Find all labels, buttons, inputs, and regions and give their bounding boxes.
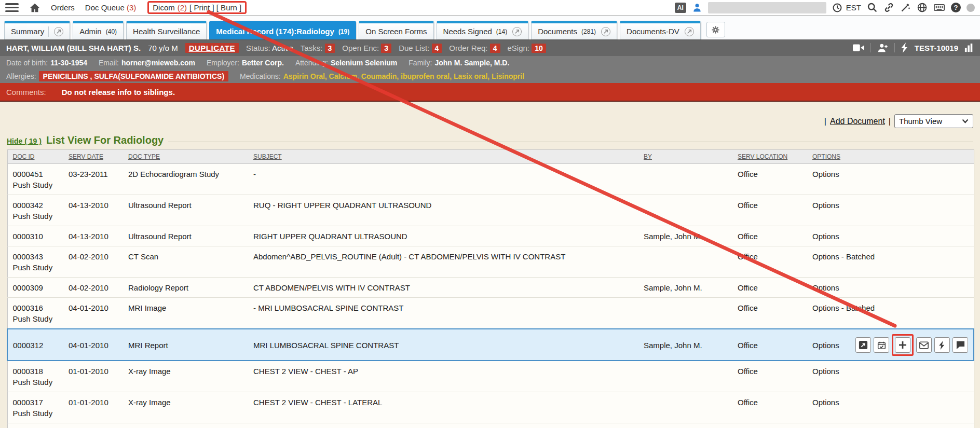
tasks-count-badge[interactable]: 3 xyxy=(325,44,335,53)
tab-summary[interactable]: Summary xyxy=(4,21,70,39)
patient-demographics: Date of birth: 11-30-1954 Email: horner@… xyxy=(0,56,980,83)
esign-count-badge[interactable]: 10 xyxy=(532,44,546,53)
attending-value: Selenium Selenium xyxy=(331,59,397,67)
ai-badge[interactable]: AI xyxy=(675,3,686,13)
tab-settings-gear[interactable] xyxy=(706,22,725,37)
push-study-link[interactable]: Push Study xyxy=(13,313,59,324)
push-study-link[interactable]: Push Study xyxy=(13,262,59,273)
push-study-link[interactable]: Push Study xyxy=(13,408,59,419)
doc-id[interactable]: 0000312 xyxy=(7,329,63,361)
add-attachment-button[interactable] xyxy=(895,337,910,353)
duplicate-badge[interactable]: DUPLICATE xyxy=(185,43,239,53)
options-link[interactable]: Options xyxy=(807,164,974,195)
col-by[interactable]: BY xyxy=(638,150,732,164)
search-icon[interactable] xyxy=(867,2,878,13)
hide-link[interactable]: Hide ( 19 ) xyxy=(7,137,42,145)
col-serv-date[interactable]: SERV DATE xyxy=(63,150,123,164)
allergies-badge[interactable]: PENICILLINS , SULFA(SULFONAMIDE ANTIBIOT… xyxy=(39,71,228,81)
table-row[interactable]: 0000316Push Study 04-01-2010 MRI Image -… xyxy=(7,298,974,329)
push-study-link[interactable]: Push Study xyxy=(13,180,59,190)
tab-medical-record-radiology[interactable]: Medical Record (174):Radiology (19) xyxy=(209,21,356,39)
doc-id[interactable]: 0000342 xyxy=(13,200,59,211)
video-camera-icon[interactable] xyxy=(853,43,864,52)
doc-id[interactable]: 0000316 xyxy=(13,302,59,313)
open-enc-label: Open Enc: xyxy=(342,44,379,52)
order-req-count-badge[interactable]: 4 xyxy=(490,44,500,53)
menu-dicom-print-burn[interactable]: [ Print ] [ Burn ] xyxy=(189,3,241,12)
options-link[interactable]: Options xyxy=(807,392,974,423)
options-link[interactable]: Options xyxy=(807,423,974,428)
col-doc-type[interactable]: DOC TYPE xyxy=(123,150,248,164)
lightning-icon[interactable] xyxy=(901,43,908,53)
tab-health-surveillance[interactable]: Health Surveillance xyxy=(126,21,207,39)
table-row[interactable]: 0000309 04-02-2010 Radiology Report CT A… xyxy=(7,278,974,298)
menu-dicom[interactable]: Dicom xyxy=(153,3,175,12)
bar-chart-icon[interactable] xyxy=(964,43,974,52)
tab-documents[interactable]: Documents (281) xyxy=(531,21,617,39)
popout-icon[interactable] xyxy=(601,27,610,36)
table-row[interactable]: 0000317Push Study 01-01-2010 X-ray Image… xyxy=(7,392,974,423)
calendar-check-button[interactable] xyxy=(874,337,889,353)
hamburger-menu-icon[interactable] xyxy=(5,3,19,12)
link-icon[interactable] xyxy=(883,2,894,13)
table-row[interactable]: 0000342Push Study 04-13-2010 Ultrasound … xyxy=(7,195,974,226)
employer-value: Better Corp. xyxy=(242,59,284,67)
options-link[interactable]: Options xyxy=(812,340,839,351)
col-doc-id[interactable]: DOC ID xyxy=(7,150,63,164)
popout-icon[interactable] xyxy=(685,27,694,36)
options-link[interactable]: Options xyxy=(807,278,974,298)
menu-orders[interactable]: Orders xyxy=(51,3,75,12)
popout-icon[interactable] xyxy=(54,27,63,36)
options-link[interactable]: Options - Batched xyxy=(807,298,974,329)
tab-admin[interactable]: Admin (40) xyxy=(73,21,124,39)
table-row[interactable]: 0000451Push Study 03-23-2011 2D Echocard… xyxy=(7,164,974,195)
doc-id[interactable]: 0000313 xyxy=(7,423,63,428)
medications-list[interactable]: Aspirin Oral, Calcium, Coumadin, ibuprof… xyxy=(283,72,524,80)
table-row[interactable]: 0000318Push Study 01-01-2010 X-ray Image… xyxy=(7,361,974,392)
doc-id[interactable]: 0000318 xyxy=(13,366,59,377)
clock-icon[interactable] xyxy=(832,3,842,13)
doc-id[interactable]: 0000317 xyxy=(13,397,59,408)
col-options[interactable]: OPTIONS xyxy=(807,150,974,164)
popout-icon[interactable] xyxy=(512,27,522,36)
wand-icon[interactable] xyxy=(900,2,911,13)
globe-icon[interactable] xyxy=(917,2,928,13)
tab-documents-dv[interactable]: Documents-DV xyxy=(620,21,701,39)
tab-on-screen-forms[interactable]: On Screen Forms xyxy=(359,21,433,39)
lightning-button[interactable] xyxy=(934,337,950,353)
open-enc-count-badge[interactable]: 3 xyxy=(381,44,391,53)
doc-id[interactable]: 0000309 xyxy=(7,278,63,298)
add-document-link[interactable]: Add Document xyxy=(830,117,885,126)
push-study-link[interactable]: Push Study xyxy=(13,377,59,388)
col-subject[interactable]: SUBJECT xyxy=(248,150,638,164)
table-row[interactable]: 0000310 04-13-2010 Ultrasound Report RIG… xyxy=(7,226,974,246)
options-link[interactable]: Options - Batched xyxy=(807,246,974,278)
user-icon[interactable] xyxy=(692,3,702,13)
tab-needs-signed[interactable]: Needs Signed (14) xyxy=(437,21,529,39)
home-icon[interactable] xyxy=(29,2,40,13)
push-study-link[interactable]: Push Study xyxy=(13,211,59,222)
comment-button[interactable] xyxy=(952,337,968,353)
table-row[interactable]: 0000313 01-01-2010 Radiology Report CHES… xyxy=(7,423,974,428)
table-header-row: DOC ID SERV DATE DOC TYPE SUBJECT BY SER… xyxy=(7,150,974,164)
table-row-selected[interactable]: 0000312 04-01-2010 MRI Report MRI LUMBOS… xyxy=(7,329,974,361)
options-link[interactable]: Options xyxy=(807,195,974,226)
menu-doc-queue[interactable]: Doc Queue (3) xyxy=(85,3,136,12)
email-button[interactable] xyxy=(916,337,932,353)
due-list-count-badge[interactable]: 4 xyxy=(432,44,442,53)
options-link[interactable]: Options xyxy=(807,226,974,246)
help-icon[interactable]: ? xyxy=(951,3,961,12)
doc-id[interactable]: 0000310 xyxy=(7,226,63,246)
col-serv-location[interactable]: SERV LOCATION xyxy=(732,150,807,164)
options-link[interactable]: Options xyxy=(807,361,974,392)
keyboard-icon[interactable] xyxy=(933,2,945,13)
add-person-icon[interactable] xyxy=(877,43,888,53)
table-row[interactable]: 0000343Push Study 04-02-2010 CT Scan Abd… xyxy=(7,246,974,278)
doc-id[interactable]: 0000343 xyxy=(13,251,59,262)
status-value: Active xyxy=(272,44,293,52)
view-image-button[interactable] xyxy=(855,337,871,353)
email-value[interactable]: horner@mieweb.com xyxy=(121,59,195,67)
doc-id[interactable]: 0000451 xyxy=(13,169,59,180)
view-mode-select[interactable]: Thumb View xyxy=(894,114,973,128)
order-req-label: Order Req: xyxy=(449,44,487,52)
